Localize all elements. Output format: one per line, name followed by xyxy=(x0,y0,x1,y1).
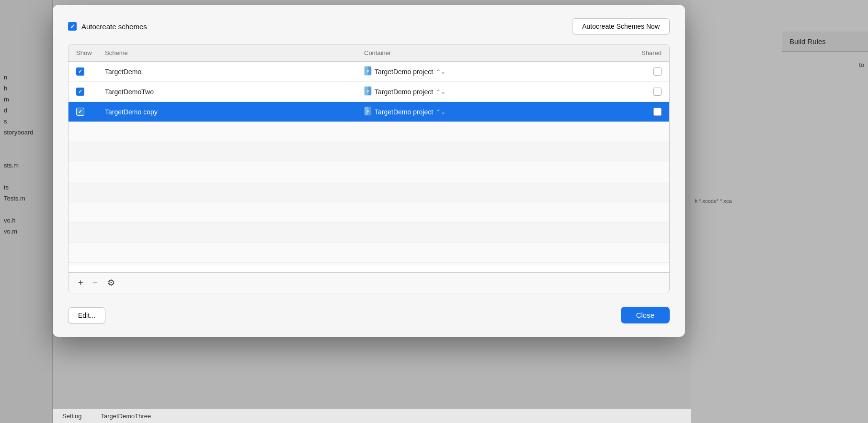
autocreate-label: Autocreate schemes xyxy=(68,22,147,31)
shared-checkbox-1[interactable] xyxy=(653,67,662,76)
col-show: Show xyxy=(76,49,105,56)
svg-text:P: P xyxy=(366,110,369,114)
empty-row xyxy=(69,223,669,243)
col-shared: Shared xyxy=(623,49,662,56)
stepper-icon-2: ⌃⌄ xyxy=(436,89,445,95)
row-show-3[interactable] xyxy=(76,108,105,116)
file-icon-2: P xyxy=(364,86,372,97)
row-container-1: P TargetDemo project ⌃⌄ xyxy=(364,66,623,77)
edit-button[interactable]: Edit... xyxy=(68,307,105,323)
empty-row xyxy=(69,122,669,142)
table-row[interactable]: TargetDemoTwo P TargetDemo project ⌃⌄ xyxy=(69,82,669,102)
target-label: TargetDemoThree xyxy=(101,412,151,420)
modal-header: Autocreate schemes Autocreate Schemes No… xyxy=(68,18,670,34)
schemes-table: Show Scheme Container Shared TargetDemo xyxy=(68,44,670,293)
shared-checkbox-3[interactable] xyxy=(653,108,662,116)
row-container-3: P TargetDemo project ⌃⌄ xyxy=(364,106,623,117)
svg-text:P: P xyxy=(366,69,369,74)
row-shared-1[interactable] xyxy=(623,67,662,76)
file-icon-3: P xyxy=(364,106,372,117)
file-icon-1: P xyxy=(364,66,372,77)
table-footer: + − ⚙ xyxy=(69,272,669,293)
show-checkbox-2[interactable] xyxy=(76,88,84,96)
remove-scheme-button[interactable]: − xyxy=(91,278,100,288)
row-show-2[interactable] xyxy=(76,88,105,96)
empty-row xyxy=(69,202,669,223)
empty-row xyxy=(69,182,669,202)
row-shared-2[interactable] xyxy=(623,88,662,96)
row-scheme-1: TargetDemo xyxy=(105,68,364,76)
row-scheme-3: TargetDemo copy xyxy=(105,108,364,116)
bottom-bar: Setting TargetDemoThree xyxy=(53,409,691,423)
shared-checkbox-2[interactable] xyxy=(653,88,662,96)
table-header: Show Scheme Container Shared xyxy=(69,45,669,62)
row-container-2: P TargetDemo project ⌃⌄ xyxy=(364,86,623,97)
autocreate-text: Autocreate schemes xyxy=(81,22,147,31)
autocreate-now-button[interactable]: Autocreate Schemes Now xyxy=(572,18,670,34)
table-row[interactable]: TargetDemo P TargetDemo project ⌃⌄ xyxy=(69,62,669,82)
stepper-icon-1: ⌃⌄ xyxy=(436,68,445,75)
close-button[interactable]: Close xyxy=(621,307,670,323)
schemes-dialog: Autocreate schemes Autocreate Schemes No… xyxy=(53,5,685,337)
add-scheme-button[interactable]: + xyxy=(76,278,85,288)
show-checkbox-1[interactable] xyxy=(76,67,84,76)
table-row-selected[interactable]: TargetDemo copy P TargetDemo project ⌃⌄ xyxy=(69,102,669,122)
row-show-1[interactable] xyxy=(76,67,105,76)
col-scheme: Scheme xyxy=(105,49,364,56)
stepper-icon-3: ⌃⌄ xyxy=(436,109,445,115)
empty-rows xyxy=(69,122,669,266)
autocreate-checkbox[interactable] xyxy=(68,22,77,31)
empty-row xyxy=(69,142,669,162)
empty-row xyxy=(69,162,669,182)
row-scheme-2: TargetDemoTwo xyxy=(105,88,364,96)
setting-label: Setting xyxy=(62,412,81,420)
modal-footer: Edit... Close xyxy=(68,307,670,323)
empty-row xyxy=(69,243,669,263)
table-body: TargetDemo P TargetDemo project ⌃⌄ xyxy=(69,62,669,272)
gear-button[interactable]: ⚙ xyxy=(105,278,117,288)
row-shared-3[interactable] xyxy=(623,108,662,116)
col-container: Container xyxy=(364,49,623,56)
svg-text:P: P xyxy=(366,89,369,94)
show-checkbox-3[interactable] xyxy=(76,108,84,116)
